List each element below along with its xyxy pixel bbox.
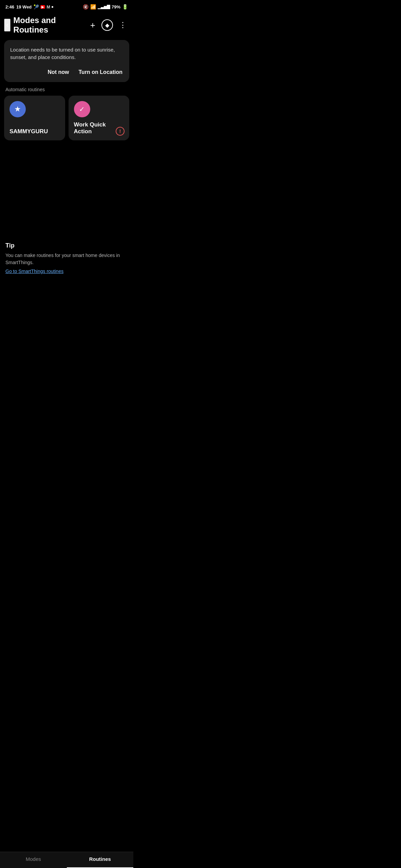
sport-icon: 🎾 (34, 4, 39, 9)
status-bar: 2:46 19 Wed 🎾 ▶ M 🔇 📶 ▁▃▅▇ 79% 🔋 (0, 0, 133, 12)
compass-button[interactable]: ◆ (101, 19, 113, 31)
mute-icon: 🔇 (83, 4, 89, 9)
routine-card-sammyguru[interactable]: ★ SAMMYGURU (4, 96, 65, 140)
header-actions: + ◆ ⋮ (89, 19, 128, 32)
section-label-automatic-routines: Automatic routines (0, 87, 133, 96)
location-banner: Location needs to be turned on to use su… (4, 40, 129, 82)
more-button[interactable]: ⋮ (118, 19, 128, 31)
smartthings-routines-link[interactable]: Go to SmartThings routines (5, 269, 63, 274)
dot-icon (52, 6, 53, 8)
tip-section: Tip You can make routines for your smart… (0, 237, 133, 278)
check-circle-icon: ✓ (79, 105, 85, 113)
battery-percentage: 79% (112, 4, 120, 9)
gmail-icon: M (46, 4, 50, 9)
signal-icon: ▁▃▅▇ (98, 4, 110, 9)
turn-on-location-button[interactable]: Turn on Location (78, 67, 123, 77)
star-icon: ★ (14, 105, 21, 114)
warning-icon: ! (116, 127, 125, 136)
tip-text: You can make routines for your smart hom… (5, 252, 128, 266)
add-button[interactable]: + (89, 19, 97, 32)
page-header: ‹ Modes and Routines + ◆ ⋮ (0, 12, 133, 38)
battery-icon: 🔋 (122, 4, 128, 9)
page-title: Modes and Routines (13, 16, 86, 35)
routine-card-work-quick-action[interactable]: ✓ Work Quick Action ! (69, 96, 130, 140)
wifi-icon: 📶 (90, 4, 96, 9)
compass-icon: ◆ (105, 22, 109, 28)
not-now-button[interactable]: Not now (47, 67, 70, 77)
routines-grid: ★ SAMMYGURU ✓ Work Quick Action ! (0, 96, 133, 140)
status-left: 2:46 19 Wed 🎾 ▶ M (5, 4, 53, 9)
tip-title: Tip (5, 242, 128, 249)
notification-icons: 🎾 ▶ M (34, 4, 53, 9)
location-banner-actions: Not now Turn on Location (10, 67, 123, 77)
sammyguru-name: SAMMYGURU (9, 128, 60, 135)
sammyguru-icon-circle: ★ (9, 101, 26, 117)
status-right: 🔇 📶 ▁▃▅▇ 79% 🔋 (83, 4, 128, 9)
status-date: 19 Wed (16, 4, 32, 9)
status-time: 2:46 (5, 4, 14, 9)
back-button[interactable]: ‹ (4, 19, 11, 32)
youtube-icon: ▶ (40, 5, 45, 9)
work-quick-action-icon-circle: ✓ (74, 101, 90, 117)
location-banner-text: Location needs to be turned on to use su… (10, 46, 123, 61)
